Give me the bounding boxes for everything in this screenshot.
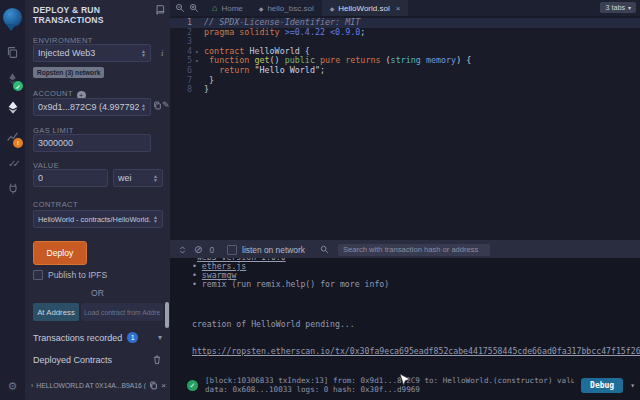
stepper-icon: ▲▼ xyxy=(153,174,158,182)
fold-gutter xyxy=(195,37,204,47)
at-address-input[interactable] xyxy=(81,303,163,321)
solidity-file-icon: ◆ xyxy=(259,5,264,12)
documentation-book-icon[interactable] xyxy=(155,4,166,15)
copy-account-icon[interactable] xyxy=(153,101,162,110)
listen-network-label: listen on network xyxy=(242,245,305,255)
deployed-contract-item[interactable]: › HELLOWORLD AT 0X14A...B9A16 (BLO × xyxy=(31,381,166,390)
terminal-library-list: • web3 version 1.0.0• ethers.js• swarmgw… xyxy=(192,258,640,290)
editor-tabbar: ⌂Home◆hello_bsc.sol◆HelloWorld.sol× 3 ta… xyxy=(170,0,640,16)
terminal-list-item: • remix (run remix.help() for more info) xyxy=(192,280,640,289)
deployed-contracts-header: Deployed Contracts xyxy=(33,354,162,365)
terminal-resize-icon[interactable] xyxy=(178,245,187,255)
search-icon xyxy=(320,245,329,254)
etherscan-tx-link[interactable]: https://ropsten.etherscan.io/tx/0x30fa9e… xyxy=(192,346,640,356)
copy-address-icon[interactable] xyxy=(149,381,158,390)
fold-icon[interactable]: ▾ xyxy=(195,56,204,66)
terminal-header: ⊘ 0 listen on network xyxy=(170,241,640,258)
mouse-cursor xyxy=(399,374,411,388)
remix-ide-window: ✓ ! ✓✓ ⚙ DEPLOY & RUN TRANSACTIONS ENVIR… xyxy=(0,0,640,400)
home-icon: ⌂ xyxy=(212,3,217,13)
close-tab-icon[interactable]: × xyxy=(396,4,401,13)
solidity-file-icon: ◆ xyxy=(330,5,335,12)
listen-on-network-row: listen on network xyxy=(227,245,305,255)
or-divider: OR xyxy=(25,288,170,298)
terminal-search-input[interactable] xyxy=(338,244,490,256)
tab-helloworld-sol[interactable]: ◆HelloWorld.sol× xyxy=(322,0,409,16)
deployed-contracts-label: Deployed Contracts xyxy=(33,355,112,365)
deployed-contract-label: HELLOWORLD AT 0X14A...B9A16 (BLO xyxy=(36,382,146,389)
environment-info-icon[interactable]: i xyxy=(161,48,164,58)
transactions-count-badge: 1 xyxy=(127,332,138,343)
gas-limit-input[interactable]: 3000000 xyxy=(33,134,151,152)
transactions-recorded-row[interactable]: Transactions recorded 1 ▾ xyxy=(33,332,162,343)
library-text: remix (run remix.help() for more info) xyxy=(202,279,389,289)
deploy-run-panel: DEPLOY & RUN TRANSACTIONS ENVIRONMENT In… xyxy=(25,0,170,400)
tab-label: Home xyxy=(221,4,242,13)
solidity-compiler-icon[interactable]: ✓ xyxy=(0,72,25,86)
clear-console-icon[interactable]: ⊘ xyxy=(194,244,202,255)
fold-gutter xyxy=(195,66,204,76)
debug-button[interactable]: Debug xyxy=(581,378,623,393)
deploy-button[interactable]: Deploy xyxy=(33,241,87,265)
contract-select[interactable]: HelloWorld - contracts/HelloWorld.sol ▲▼ xyxy=(33,210,163,228)
code-line-7[interactable]: 7 } xyxy=(170,76,640,86)
fold-gutter xyxy=(195,76,204,86)
tx-result-text: [block:10306833 txIndex:13] from: 0x9d1.… xyxy=(205,376,574,395)
stepper-icon: ▲▼ xyxy=(141,103,146,111)
chevron-down-icon[interactable]: ▾ xyxy=(158,333,162,342)
terminal-status-message: creation of HelloWorld pending... xyxy=(192,319,640,329)
settings-gear-icon[interactable]: ⚙ xyxy=(0,380,25,393)
at-address-button[interactable]: At Address xyxy=(33,303,79,321)
zoom-in-icon[interactable] xyxy=(189,3,199,13)
plugin-manager-icon[interactable] xyxy=(0,182,25,195)
tab-label: HelloWorld.sol xyxy=(338,4,389,13)
fold-gutter xyxy=(195,28,204,38)
activity-bar: ✓ ! ✓✓ ⚙ xyxy=(0,0,25,400)
panel-title: DEPLOY & RUN TRANSACTIONS xyxy=(33,5,150,25)
environment-value: Injected Web3 xyxy=(38,48,139,58)
tab-hello-bsc-sol[interactable]: ◆hello_bsc.sol xyxy=(251,0,322,16)
code-line-2[interactable]: 2pragma solidity >=0.4.22 <0.9.0; xyxy=(170,28,640,38)
code-line-8[interactable]: 8} xyxy=(170,85,640,95)
terminal-list-item[interactable]: • ethers.js xyxy=(192,262,640,271)
chevron-down-icon[interactable]: ▾ xyxy=(630,381,635,390)
code-editor[interactable]: 1// SPDX-License-Identifier: MIT2pragma … xyxy=(170,16,640,240)
environment-select[interactable]: Injected Web3 ▲▼ xyxy=(33,44,151,62)
fold-icon[interactable]: ▾ xyxy=(195,47,204,57)
zoom-out-icon[interactable] xyxy=(175,3,185,13)
fold-gutter xyxy=(195,85,204,95)
analysis-warning-badge: ! xyxy=(13,138,23,148)
stepper-icon: ▲▼ xyxy=(153,215,158,223)
editor-area: ⌂Home◆hello_bsc.sol◆HelloWorld.sol× 3 ta… xyxy=(170,0,640,240)
publish-ipfs-checkbox[interactable] xyxy=(33,270,43,280)
listen-network-checkbox[interactable] xyxy=(227,245,237,255)
chevron-down-icon: ▾ xyxy=(628,4,631,11)
panel-scrollbar[interactable] xyxy=(165,302,169,328)
tab-home[interactable]: ⌂Home xyxy=(204,0,251,16)
trash-icon[interactable] xyxy=(152,354,162,365)
unit-testing-icon[interactable]: ✓✓ xyxy=(0,158,25,169)
value-input[interactable]: 0 xyxy=(33,169,108,187)
publish-ipfs-label: Publish to IPFS xyxy=(48,270,107,280)
code-line-6[interactable]: 6 return "Hello World"; xyxy=(170,66,640,76)
static-analysis-icon[interactable]: ! xyxy=(0,130,25,143)
network-badge: Ropsten (3) network xyxy=(33,67,104,78)
account-value: 0x9d1...872C9 (4.99779272 xyxy=(38,102,139,112)
transactions-recorded-label: Transactions recorded xyxy=(33,333,122,343)
account-select[interactable]: 0x9d1...872C9 (4.99779272 ▲▼ xyxy=(33,98,151,116)
chevron-right-icon[interactable]: › xyxy=(31,382,33,389)
remix-logo-icon[interactable] xyxy=(0,8,25,27)
line-number: 8 xyxy=(170,85,195,95)
tx-success-icon: ✓ xyxy=(187,380,198,391)
close-icon[interactable]: × xyxy=(161,381,166,390)
stepper-icon: ▲▼ xyxy=(141,49,146,57)
code-text: pragma solidity >=0.4.22 <0.9.0; xyxy=(204,28,365,38)
file-explorer-icon[interactable] xyxy=(0,46,25,59)
value-unit-select[interactable]: wei ▲▼ xyxy=(113,169,163,187)
bullet: • xyxy=(192,279,202,289)
compiler-success-badge: ✓ xyxy=(13,81,23,91)
deploy-run-icon[interactable] xyxy=(0,100,25,115)
tabs-count-button[interactable]: 3 tabs▾ xyxy=(600,2,636,13)
sign-message-icon[interactable]: ✎ xyxy=(162,100,170,110)
pending-tx-count: 0 xyxy=(209,245,214,255)
